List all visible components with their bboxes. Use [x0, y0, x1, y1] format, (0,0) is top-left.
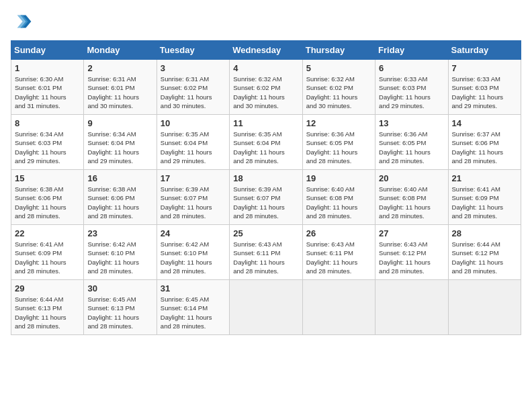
- calendar-cell: 9Sunrise: 6:34 AMSunset: 6:04 PMDaylight…: [84, 115, 157, 170]
- day-detail: Sunrise: 6:45 AMSunset: 6:13 PMDaylight:…: [87, 295, 152, 330]
- logo: [11, 11, 35, 32]
- calendar-cell: 2Sunrise: 6:31 AMSunset: 6:01 PMDaylight…: [84, 60, 157, 115]
- calendar-cell: 3Sunrise: 6:31 AMSunset: 6:02 PMDaylight…: [157, 60, 229, 115]
- day-number: 27: [379, 228, 444, 238]
- day-number: 6: [379, 63, 444, 73]
- day-number: 22: [15, 228, 80, 238]
- day-number: 10: [161, 118, 226, 128]
- day-detail: Sunrise: 6:37 AMSunset: 6:06 PMDaylight:…: [452, 130, 517, 165]
- day-number: 2: [87, 63, 152, 73]
- day-number: 11: [233, 118, 298, 128]
- day-detail: Sunrise: 6:43 AMSunset: 6:11 PMDaylight:…: [233, 240, 298, 275]
- col-header-sunday: Sunday: [11, 41, 84, 60]
- day-detail: Sunrise: 6:38 AMSunset: 6:06 PMDaylight:…: [87, 185, 152, 220]
- calendar-cell: 29Sunrise: 6:44 AMSunset: 6:13 PMDayligh…: [11, 280, 84, 335]
- day-detail: Sunrise: 6:31 AMSunset: 6:01 PMDaylight:…: [87, 75, 152, 110]
- calendar-cell: 4Sunrise: 6:32 AMSunset: 6:02 PMDaylight…: [230, 60, 302, 115]
- day-detail: Sunrise: 6:39 AMSunset: 6:07 PMDaylight:…: [161, 185, 226, 220]
- calendar-cell: [302, 280, 375, 335]
- calendar-cell: 31Sunrise: 6:45 AMSunset: 6:14 PMDayligh…: [157, 280, 229, 335]
- calendar-cell: [230, 280, 302, 335]
- week-row-3: 22Sunrise: 6:41 AMSunset: 6:09 PMDayligh…: [11, 225, 521, 280]
- day-detail: Sunrise: 6:39 AMSunset: 6:07 PMDaylight:…: [233, 185, 298, 220]
- day-number: 31: [161, 283, 226, 293]
- week-row-1: 8Sunrise: 6:34 AMSunset: 6:03 PMDaylight…: [11, 115, 521, 170]
- day-number: 26: [306, 228, 371, 238]
- calendar-cell: 24Sunrise: 6:42 AMSunset: 6:10 PMDayligh…: [157, 225, 229, 280]
- calendar-cell: 30Sunrise: 6:45 AMSunset: 6:13 PMDayligh…: [84, 280, 157, 335]
- day-number: 3: [161, 63, 226, 73]
- calendar-cell: 8Sunrise: 6:34 AMSunset: 6:03 PMDaylight…: [11, 115, 84, 170]
- calendar-cell: 1Sunrise: 6:30 AMSunset: 6:01 PMDaylight…: [11, 60, 84, 115]
- day-number: 25: [233, 228, 298, 238]
- day-detail: Sunrise: 6:35 AMSunset: 6:04 PMDaylight:…: [161, 130, 226, 165]
- col-header-saturday: Saturday: [448, 41, 521, 60]
- day-number: 5: [306, 63, 371, 73]
- day-detail: Sunrise: 6:40 AMSunset: 6:08 PMDaylight:…: [306, 185, 371, 220]
- day-detail: Sunrise: 6:32 AMSunset: 6:02 PMDaylight:…: [306, 75, 371, 110]
- day-detail: Sunrise: 6:43 AMSunset: 6:11 PMDaylight:…: [306, 240, 371, 275]
- day-detail: Sunrise: 6:30 AMSunset: 6:01 PMDaylight:…: [15, 75, 80, 110]
- day-number: 7: [452, 63, 517, 73]
- day-detail: Sunrise: 6:34 AMSunset: 6:03 PMDaylight:…: [15, 130, 80, 165]
- col-header-tuesday: Tuesday: [157, 41, 229, 60]
- day-number: 24: [161, 228, 226, 238]
- day-number: 1: [15, 63, 80, 73]
- day-number: 17: [161, 173, 226, 183]
- calendar-cell: 5Sunrise: 6:32 AMSunset: 6:02 PMDaylight…: [302, 60, 375, 115]
- day-detail: Sunrise: 6:33 AMSunset: 6:03 PMDaylight:…: [379, 75, 444, 110]
- calendar-table: SundayMondayTuesdayWednesdayThursdayFrid…: [11, 40, 521, 335]
- calendar-cell: 28Sunrise: 6:44 AMSunset: 6:12 PMDayligh…: [448, 225, 521, 280]
- calendar-cell: 25Sunrise: 6:43 AMSunset: 6:11 PMDayligh…: [230, 225, 302, 280]
- calendar-cell: 11Sunrise: 6:35 AMSunset: 6:04 PMDayligh…: [230, 115, 302, 170]
- calendar-cell: 17Sunrise: 6:39 AMSunset: 6:07 PMDayligh…: [157, 170, 229, 225]
- day-detail: Sunrise: 6:42 AMSunset: 6:10 PMDaylight:…: [161, 240, 226, 275]
- day-detail: Sunrise: 6:43 AMSunset: 6:12 PMDaylight:…: [379, 240, 444, 275]
- day-number: 14: [452, 118, 517, 128]
- calendar-cell: [375, 280, 448, 335]
- day-number: 21: [452, 173, 517, 183]
- calendar-cell: 19Sunrise: 6:40 AMSunset: 6:08 PMDayligh…: [302, 170, 375, 225]
- day-number: 29: [15, 283, 80, 293]
- day-detail: Sunrise: 6:40 AMSunset: 6:08 PMDaylight:…: [379, 185, 444, 220]
- day-detail: Sunrise: 6:32 AMSunset: 6:02 PMDaylight:…: [233, 75, 298, 110]
- day-number: 30: [87, 283, 152, 293]
- day-detail: Sunrise: 6:38 AMSunset: 6:06 PMDaylight:…: [15, 185, 80, 220]
- day-detail: Sunrise: 6:36 AMSunset: 6:05 PMDaylight:…: [306, 130, 371, 165]
- day-detail: Sunrise: 6:35 AMSunset: 6:04 PMDaylight:…: [233, 130, 298, 165]
- calendar-cell: 10Sunrise: 6:35 AMSunset: 6:04 PMDayligh…: [157, 115, 229, 170]
- page-header: [11, 11, 521, 32]
- calendar-cell: 21Sunrise: 6:41 AMSunset: 6:09 PMDayligh…: [448, 170, 521, 225]
- day-number: 13: [379, 118, 444, 128]
- day-number: 8: [15, 118, 80, 128]
- day-detail: Sunrise: 6:41 AMSunset: 6:09 PMDaylight:…: [15, 240, 80, 275]
- day-number: 9: [87, 118, 152, 128]
- day-detail: Sunrise: 6:42 AMSunset: 6:10 PMDaylight:…: [87, 240, 152, 275]
- calendar-header: SundayMondayTuesdayWednesdayThursdayFrid…: [11, 41, 521, 60]
- day-number: 20: [379, 173, 444, 183]
- calendar-cell: 6Sunrise: 6:33 AMSunset: 6:03 PMDaylight…: [375, 60, 448, 115]
- day-number: 12: [306, 118, 371, 128]
- calendar-cell: 20Sunrise: 6:40 AMSunset: 6:08 PMDayligh…: [375, 170, 448, 225]
- day-detail: Sunrise: 6:41 AMSunset: 6:09 PMDaylight:…: [452, 185, 517, 220]
- day-number: 4: [233, 63, 298, 73]
- calendar-cell: [448, 280, 521, 335]
- day-number: 19: [306, 173, 371, 183]
- day-detail: Sunrise: 6:33 AMSunset: 6:03 PMDaylight:…: [452, 75, 517, 110]
- calendar-cell: 15Sunrise: 6:38 AMSunset: 6:06 PMDayligh…: [11, 170, 84, 225]
- calendar-cell: 14Sunrise: 6:37 AMSunset: 6:06 PMDayligh…: [448, 115, 521, 170]
- logo-icon: [11, 11, 32, 32]
- calendar-cell: 18Sunrise: 6:39 AMSunset: 6:07 PMDayligh…: [230, 170, 302, 225]
- calendar-cell: 16Sunrise: 6:38 AMSunset: 6:06 PMDayligh…: [84, 170, 157, 225]
- day-number: 16: [87, 173, 152, 183]
- day-detail: Sunrise: 6:44 AMSunset: 6:12 PMDaylight:…: [452, 240, 517, 275]
- col-header-monday: Monday: [84, 41, 157, 60]
- col-header-wednesday: Wednesday: [230, 41, 302, 60]
- day-number: 23: [87, 228, 152, 238]
- week-row-2: 15Sunrise: 6:38 AMSunset: 6:06 PMDayligh…: [11, 170, 521, 225]
- calendar-cell: 7Sunrise: 6:33 AMSunset: 6:03 PMDaylight…: [448, 60, 521, 115]
- calendar-cell: 12Sunrise: 6:36 AMSunset: 6:05 PMDayligh…: [302, 115, 375, 170]
- day-detail: Sunrise: 6:45 AMSunset: 6:14 PMDaylight:…: [161, 295, 226, 330]
- calendar-cell: 23Sunrise: 6:42 AMSunset: 6:10 PMDayligh…: [84, 225, 157, 280]
- calendar-cell: 13Sunrise: 6:36 AMSunset: 6:05 PMDayligh…: [375, 115, 448, 170]
